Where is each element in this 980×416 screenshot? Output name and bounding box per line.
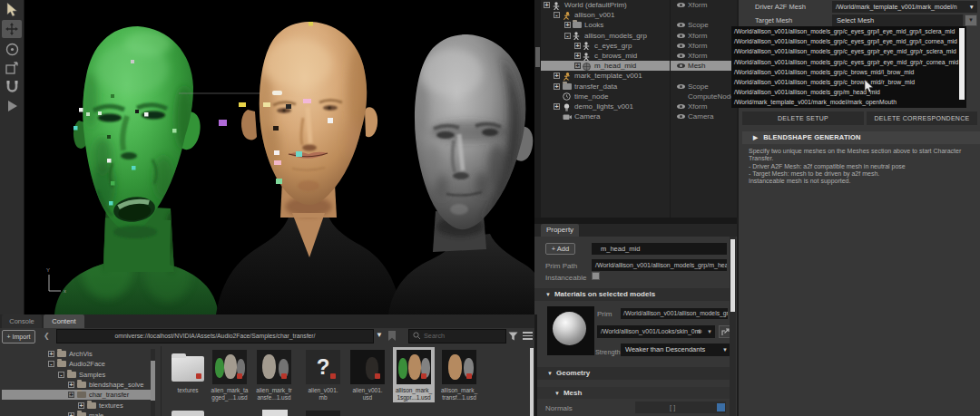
svg-text:x: x: [64, 288, 66, 294]
svg-text:Y: Y: [46, 267, 50, 273]
